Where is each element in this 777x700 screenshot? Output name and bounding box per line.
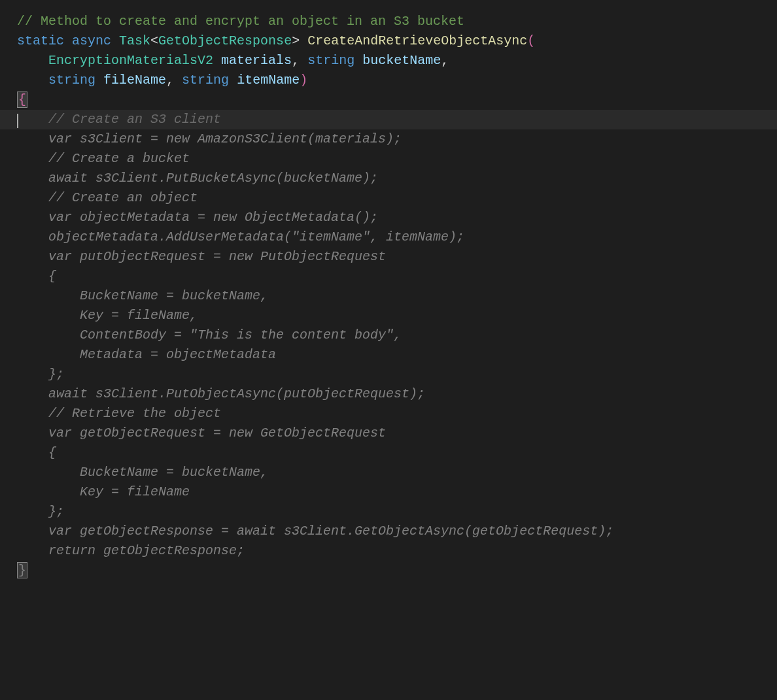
code-line[interactable]: // Method to create and encrypt an objec… — [0, 12, 777, 31]
paren-open: ( — [527, 33, 535, 48]
code-line[interactable]: }; — [0, 365, 777, 384]
param-bucketname: bucketName — [362, 53, 441, 68]
code-line[interactable]: BucketName = bucketName, — [0, 286, 777, 306]
code-line[interactable]: var s3Client = new AmazonS3Client(materi… — [0, 129, 777, 149]
code-line[interactable]: await s3Client.PutObjectAsync(putObjectR… — [0, 384, 777, 404]
ghost-suggestion-line: await s3Client.PutObjectAsync(putObjectR… — [17, 386, 425, 401]
ghost-suggestion-line: var objectMetadata = new ObjectMetadata(… — [17, 210, 378, 225]
code-line[interactable]: static async Task<GetObjectResponse> Cre… — [0, 31, 777, 51]
ghost-suggestion-line: Key = fileName, — [17, 308, 198, 323]
code-line[interactable]: Metadata = objectMetadata — [0, 345, 777, 365]
ghost-suggestion-line: { — [17, 269, 56, 284]
ghost-suggestion-line: var getObjectResponse = await s3Client.G… — [17, 524, 613, 539]
type-encryptionmaterials: EncryptionMaterialsV2 — [48, 53, 213, 68]
code-line[interactable]: var getObjectRequest = new GetObjectRequ… — [0, 424, 777, 443]
comment-text: // Method to create and encrypt an objec… — [17, 14, 464, 29]
brace-close: } — [17, 562, 27, 578]
method-name: CreateAndRetrieveObjectAsync — [307, 33, 527, 48]
code-line[interactable]: var getObjectResponse = await s3Client.G… — [0, 522, 777, 541]
code-line[interactable]: var objectMetadata = new ObjectMetadata(… — [0, 208, 777, 227]
code-editor[interactable]: // Method to create and encrypt an objec… — [0, 0, 777, 592]
code-line[interactable]: }; — [0, 502, 777, 522]
ghost-suggestion-line: Metadata = objectMetadata — [17, 347, 276, 362]
ghost-suggestion-line: { — [17, 445, 56, 460]
ghost-suggestion-line: await s3Client.PutBucketAsync(bucketName… — [17, 171, 378, 186]
code-line[interactable]: await s3Client.PutBucketAsync(bucketName… — [0, 169, 777, 188]
ghost-suggestion-line: var s3Client = new AmazonS3Client(materi… — [17, 131, 402, 146]
keyword-string: string — [307, 53, 354, 68]
comma: , — [166, 73, 174, 88]
text-cursor — [17, 114, 18, 128]
keyword-string: string — [182, 73, 229, 88]
ghost-suggestion-line: // Retrieve the object — [17, 406, 221, 421]
code-line[interactable]: ContentBody = "This is the content body"… — [0, 325, 777, 345]
comma: , — [441, 53, 449, 68]
code-line[interactable]: Key = fileName, — [0, 306, 777, 325]
code-line[interactable]: objectMetadata.AddUserMetadata("itemName… — [0, 227, 777, 247]
ghost-suggestion-line: }; — [17, 504, 64, 519]
code-line[interactable]: var putObjectRequest = new PutObjectRequ… — [0, 247, 777, 267]
ghost-suggestion-line: objectMetadata.AddUserMetadata("itemName… — [17, 229, 464, 244]
type-getobjectresponse: GetObjectResponse — [158, 33, 292, 48]
code-line[interactable]: Key = fileName — [0, 482, 777, 502]
keyword-string: string — [48, 73, 95, 88]
paren-close: ) — [300, 73, 307, 88]
code-line[interactable]: } — [0, 561, 777, 580]
param-itemname: itemName — [237, 73, 300, 88]
ghost-suggestion-line: ContentBody = "This is the content body"… — [17, 327, 402, 342]
ghost-suggestion-line: // Create an object — [17, 190, 198, 205]
code-line-active[interactable]: // Create an S3 client — [0, 110, 777, 129]
ghost-suggestion-line: var putObjectRequest = new PutObjectRequ… — [17, 249, 386, 264]
code-line[interactable]: // Retrieve the object — [0, 404, 777, 424]
keyword-static: static — [17, 33, 64, 48]
code-line[interactable]: { — [0, 443, 777, 463]
param-materials: materials — [221, 53, 292, 68]
ghost-suggestion-line: }; — [17, 367, 64, 382]
param-filename: fileName — [103, 73, 166, 88]
code-line[interactable]: return getObjectResponse; — [0, 541, 777, 561]
comma: , — [292, 53, 300, 68]
type-task: Task — [119, 33, 150, 48]
ghost-suggestion-line: Key = fileName — [17, 484, 190, 499]
ghost-suggestion-line: // Create an S3 client — [17, 112, 221, 127]
keyword-async: async — [72, 33, 111, 48]
brace-open: { — [17, 92, 27, 108]
ghost-suggestion-line: // Create a bucket — [17, 151, 190, 166]
code-line[interactable]: EncryptionMaterialsV2 materials, string … — [0, 51, 777, 71]
code-line[interactable]: BucketName = bucketName, — [0, 463, 777, 482]
ghost-suggestion-line: return getObjectResponse; — [17, 543, 245, 558]
code-line[interactable]: { — [0, 90, 777, 110]
ghost-suggestion-line: BucketName = bucketName, — [17, 465, 268, 480]
ghost-suggestion-line: var getObjectRequest = new GetObjectRequ… — [17, 425, 386, 441]
code-line[interactable]: { — [0, 267, 777, 286]
angle-close: > — [292, 33, 300, 48]
angle-open: < — [150, 33, 158, 48]
code-line[interactable]: // Create an object — [0, 188, 777, 208]
ghost-suggestion-line: BucketName = bucketName, — [17, 288, 268, 303]
code-line[interactable]: string fileName, string itemName) — [0, 71, 777, 90]
code-line[interactable]: // Create a bucket — [0, 149, 777, 169]
